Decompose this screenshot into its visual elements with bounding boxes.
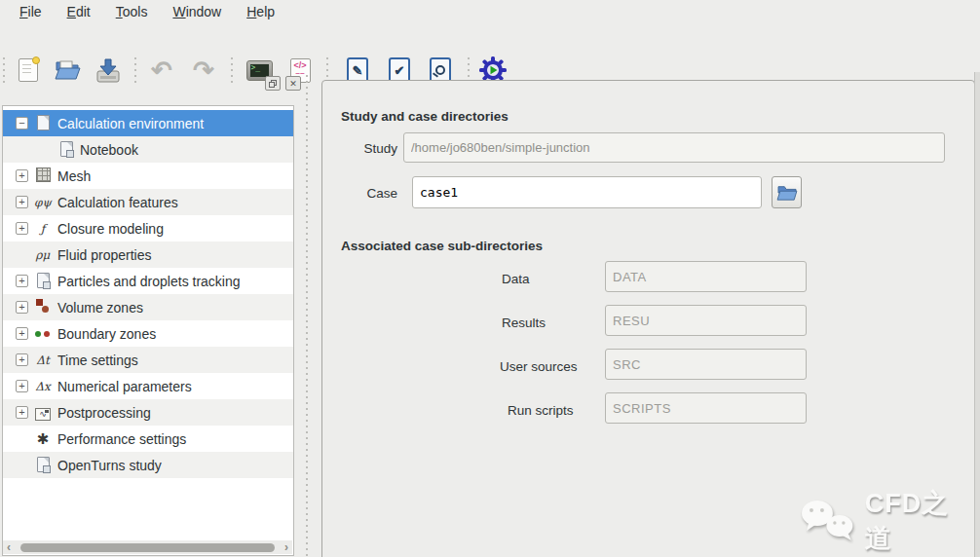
save-file-button[interactable] [94,56,123,85]
openturns-document-icon [37,457,50,472]
data-label: Data [502,272,530,286]
delta-x-icon: Δx [34,380,52,393]
section-title-study-case: Study and case directories [341,109,509,124]
postprocessing-chart-icon: ∿ [35,408,51,421]
toolbar-separator [133,56,137,85]
case-label: Case [336,186,397,201]
expand-icon[interactable]: + [16,275,28,287]
menu-tools[interactable]: Tools [104,2,160,22]
new-file-button[interactable] [14,56,43,85]
boundary-zones-icon [35,329,51,339]
wechat-logo-icon [801,499,857,543]
close-icon: ✕ [289,79,297,89]
function-icon: ƒ [34,222,52,236]
menu-file[interactable]: File [8,2,54,22]
expand-icon[interactable]: + [16,380,28,392]
mesh-grid-icon [36,167,51,182]
delta-t-icon: Δt [34,353,52,367]
user-sources-label: User sources [500,359,578,374]
expand-icon[interactable]: + [16,301,28,314]
watermark: CFD之道 [801,492,976,550]
tree-item-numerical-parameters[interactable]: + Δx Numerical parameters [3,373,293,399]
data-dir-field[interactable] [605,261,807,292]
tree-item-openturns-study[interactable]: OpenTurns study [3,452,293,478]
tree-item-boundary-zones[interactable]: + Boundary zones [3,320,293,347]
tree-item-closure-modeling[interactable]: + ƒ Closure modeling [3,215,293,241]
tree-item-mesh[interactable]: + Mesh [3,163,293,189]
gear-icon: ✱ [34,430,52,448]
menu-edit[interactable]: Edit [56,2,102,22]
results-label: Results [502,316,546,330]
toolbar-separator [2,56,6,85]
results-dir-field[interactable] [605,305,807,336]
volume-zones-icon [36,299,50,313]
menu-help[interactable]: Help [235,2,286,22]
tree-item-fluid-properties[interactable]: ρμ Fluid properties [3,241,293,268]
browse-case-button[interactable] [772,176,802,208]
case-name-field[interactable] [412,176,762,208]
menu-bar: File Edit Tools Window Help [0,0,980,23]
document-icon [37,115,50,130]
tree-item-calculation-features[interactable]: + φψ Calculation features [3,189,293,215]
particles-document-icon [37,273,50,288]
scrollbar-thumb[interactable] [20,543,275,552]
run-scripts-label: Run scripts [508,403,574,418]
undo-icon: ↶ [151,57,172,83]
open-folder-icon [55,59,82,81]
scroll-right-arrow-icon[interactable]: › [281,541,292,553]
tree-item-particles-tracking[interactable]: + Particles and droplets tracking [3,268,293,294]
tree-item-volume-zones[interactable]: + Volume zones [3,294,293,320]
phi-psi-icon: φψ [34,196,52,209]
expand-icon[interactable]: + [16,353,28,366]
expand-icon[interactable]: + [16,406,28,419]
open-file-button[interactable] [54,56,83,85]
dock-close-button[interactable]: ✕ [285,76,301,91]
folder-icon [776,184,798,202]
tree-item-notebook[interactable]: Notebook [3,136,293,163]
scroll-left-arrow-icon[interactable]: ‹ [3,541,15,553]
save-icon [94,56,122,84]
undo-button[interactable]: ↶ [147,56,176,85]
collapse-icon[interactable]: − [16,117,28,130]
menu-window[interactable]: Window [161,2,233,22]
dock-float-button[interactable] [265,76,281,91]
toolbar-separator [230,56,234,85]
tree-item-postprocessing[interactable]: + ∿ Postprocessing [3,399,293,426]
watermark-text: CFD之道 [865,486,976,556]
tree-item-calculation-environment[interactable]: − Calculation environment [3,110,293,136]
window-right-edge [974,72,980,557]
expand-icon[interactable]: + [16,222,28,235]
toolbar: ↶ ↷ >_ </> ~~ ✎ ✔ [0,23,980,72]
float-icon [269,80,277,88]
rho-mu-icon: ρμ [34,248,52,262]
study-path-field[interactable] [403,132,945,163]
application-window: { "menu": { "items": ["File", "Edit", "T… [0,0,980,557]
expand-icon[interactable]: + [16,169,28,182]
redo-button[interactable]: ↷ [189,56,218,85]
navigation-tree: − Calculation environment Notebook + Mes… [2,105,294,556]
splitter-handle[interactable] [304,74,310,557]
tree-horizontal-scrollbar[interactable]: ‹ › [3,540,292,554]
expand-icon[interactable]: + [16,327,28,340]
new-file-icon [19,58,38,82]
tree-item-time-settings[interactable]: + Δt Time settings [3,347,293,373]
run-scripts-dir-field[interactable] [605,392,807,424]
tree-item-performance-settings[interactable]: ✱ Performance settings [3,426,293,452]
expand-icon[interactable]: + [16,196,28,208]
user-sources-dir-field[interactable] [605,349,807,380]
notebook-document-icon [60,141,73,157]
study-label: Study [336,141,397,156]
section-title-subdirectories: Associated case sub-directories [341,239,543,253]
redo-icon: ↷ [193,57,214,83]
